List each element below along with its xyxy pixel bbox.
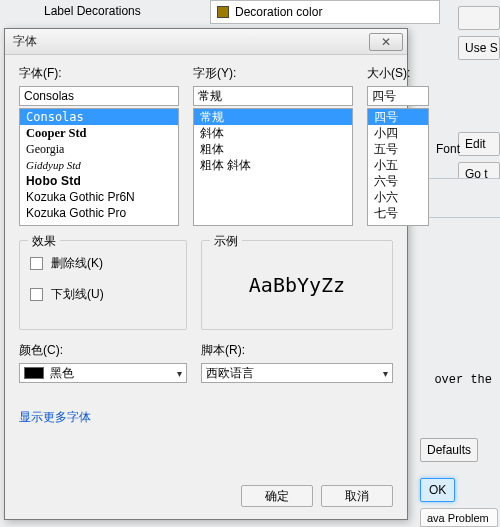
script-value: 西欧语言 xyxy=(206,365,254,382)
font-option-georgia[interactable]: Georgia xyxy=(20,141,178,157)
size-label: 大小(S): xyxy=(367,65,429,82)
chevron-down-icon: ▾ xyxy=(177,368,182,379)
sample-title: 示例 xyxy=(210,233,242,250)
decoration-label: Decoration color xyxy=(235,5,322,19)
font-option-hobo[interactable]: Hobo Std xyxy=(20,173,178,189)
restore-defaults-button[interactable]: Defaults xyxy=(420,438,478,462)
color-combo[interactable]: 黑色 ▾ xyxy=(19,363,187,383)
close-icon: ✕ xyxy=(381,35,391,49)
size-option-2[interactable]: 五号 xyxy=(368,141,428,157)
dialog-title: 字体 xyxy=(13,33,363,50)
dialog-cancel-button[interactable]: 取消 xyxy=(321,485,393,507)
java-problem-tab[interactable]: ava Problem xyxy=(420,508,498,527)
sample-preview: AaBbYyZz xyxy=(249,273,345,297)
ok-main-button[interactable]: OK xyxy=(420,478,455,502)
style-option-bold[interactable]: 粗体 xyxy=(194,141,352,157)
color-swatch xyxy=(24,367,44,379)
effects-group: 效果 删除线(K) 下划线(U) xyxy=(19,240,187,330)
decoration-row[interactable]: Decoration color xyxy=(210,0,440,24)
script-label: 脚本(R): xyxy=(201,342,393,359)
font-option-cooper[interactable]: Cooper Std xyxy=(20,125,178,141)
unknown-button-top[interactable] xyxy=(458,6,500,30)
size-option-5[interactable]: 小六 xyxy=(368,189,428,205)
font-option-kozuka2[interactable]: Kozuka Gothic Pro xyxy=(20,205,178,221)
sample-group: 示例 AaBbYyZz xyxy=(201,240,393,330)
tree-item-label-decorations[interactable]: Label Decorations xyxy=(44,4,141,18)
font-label: 字体(F): xyxy=(19,65,179,82)
chevron-down-icon: ▾ xyxy=(383,368,388,379)
style-option-regular[interactable]: 常规 xyxy=(194,109,352,125)
decoration-swatch xyxy=(217,6,229,18)
underline-label: 下划线(U) xyxy=(51,286,104,303)
size-option-3[interactable]: 小五 xyxy=(368,157,428,173)
size-list[interactable]: 四号 小四 五号 小五 六号 小六 七号 xyxy=(367,108,429,226)
color-label: 颜色(C): xyxy=(19,342,187,359)
font-option-giddyup[interactable]: Giddyup Std xyxy=(20,157,178,173)
edit-button[interactable]: Edit xyxy=(458,132,500,156)
color-value: 黑色 xyxy=(50,365,74,382)
font-ext-label: Font xyxy=(436,142,460,156)
use-button[interactable]: Use S xyxy=(458,36,500,60)
style-list[interactable]: 常规 斜体 粗体 粗体 斜体 xyxy=(193,108,353,226)
size-option-6[interactable]: 七号 xyxy=(368,205,428,221)
size-option-0[interactable]: 四号 xyxy=(368,109,428,125)
size-option-1[interactable]: 小四 xyxy=(368,125,428,141)
font-dialog: 字体 ✕ 字体(F): Consolas Cooper Std Georgia … xyxy=(4,28,408,520)
size-option-4[interactable]: 六号 xyxy=(368,173,428,189)
font-option-kozuka1[interactable]: Kozuka Gothic Pr6N xyxy=(20,189,178,205)
font-option-consolas[interactable]: Consolas xyxy=(20,109,178,125)
font-input[interactable] xyxy=(19,86,179,106)
style-input[interactable] xyxy=(193,86,353,106)
more-fonts-link[interactable]: 显示更多字体 xyxy=(19,409,393,426)
size-input[interactable] xyxy=(367,86,429,106)
close-button[interactable]: ✕ xyxy=(369,33,403,51)
style-option-bolditalic[interactable]: 粗体 斜体 xyxy=(194,157,352,173)
checkbox-box xyxy=(30,288,43,301)
strike-checkbox[interactable]: 删除线(K) xyxy=(30,255,176,272)
effects-title: 效果 xyxy=(28,233,60,250)
style-option-italic[interactable]: 斜体 xyxy=(194,125,352,141)
script-combo[interactable]: 西欧语言 ▾ xyxy=(201,363,393,383)
checkbox-box xyxy=(30,257,43,270)
strike-label: 删除线(K) xyxy=(51,255,103,272)
edit-group-border xyxy=(424,178,500,218)
over-text: over the xyxy=(434,373,492,387)
underline-checkbox[interactable]: 下划线(U) xyxy=(30,286,176,303)
titlebar: 字体 ✕ xyxy=(5,29,407,55)
font-list[interactable]: Consolas Cooper Std Georgia Giddyup Std … xyxy=(19,108,179,226)
style-label: 字形(Y): xyxy=(193,65,353,82)
dialog-ok-button[interactable]: 确定 xyxy=(241,485,313,507)
